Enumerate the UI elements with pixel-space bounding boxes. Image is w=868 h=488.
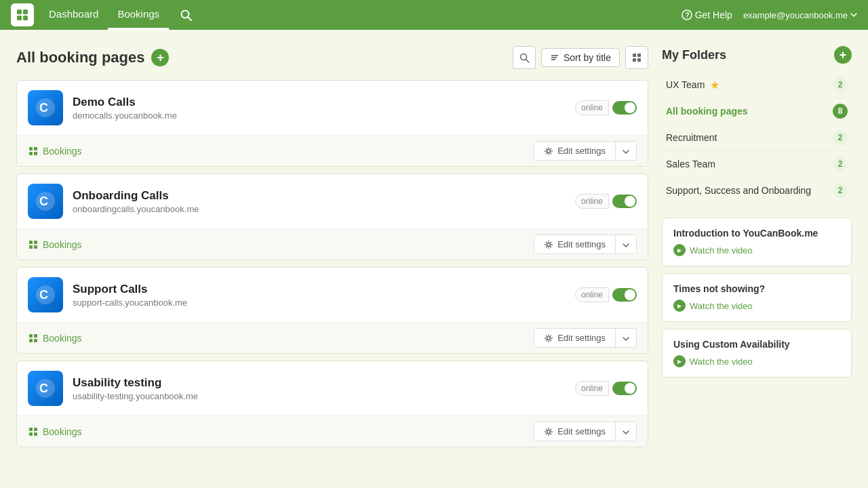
booking-avatar: C bbox=[28, 90, 63, 125]
svg-rect-20 bbox=[34, 147, 37, 150]
app-logo[interactable] bbox=[11, 3, 34, 26]
bookings-link[interactable]: Bookings bbox=[28, 239, 82, 250]
navbar-right: ? Get Help example@youcanbook.me bbox=[682, 9, 857, 20]
folder-item[interactable]: Support, Success and Onboarding 2 bbox=[662, 178, 852, 204]
svg-rect-21 bbox=[29, 152, 33, 155]
folder-count: 8 bbox=[833, 104, 848, 119]
booking-name: Onboarding Calls bbox=[73, 189, 199, 203]
add-booking-page-button[interactable]: + bbox=[151, 49, 169, 66]
help-link[interactable]: ? Get Help bbox=[682, 9, 732, 20]
edit-settings-main[interactable]: Edit settings bbox=[534, 422, 616, 441]
folder-item-left: Support, Success and Onboarding bbox=[666, 185, 811, 196]
folder-item[interactable]: Sales Team 2 bbox=[662, 151, 852, 178]
edit-settings-button[interactable]: Edit settings bbox=[534, 422, 637, 441]
booking-info: C Support Calls support-calls.youcanbook… bbox=[28, 277, 187, 312]
booking-status: online bbox=[575, 287, 637, 302]
edit-settings-button[interactable]: Edit settings bbox=[534, 141, 637, 161]
folder-item[interactable]: Recruitment 2 bbox=[662, 125, 852, 151]
svg-rect-41 bbox=[34, 428, 37, 431]
edit-settings-button[interactable]: Edit settings bbox=[534, 328, 637, 348]
sort-button[interactable]: Sort by title bbox=[541, 48, 620, 67]
folder-item-left: UX Team ★ bbox=[666, 79, 719, 92]
watch-video-link[interactable]: ▶ Watch the video bbox=[673, 244, 840, 256]
watch-video-label: Watch the video bbox=[690, 301, 753, 311]
booking-avatar: C bbox=[28, 184, 63, 219]
svg-text:C: C bbox=[39, 382, 48, 395]
edit-settings-dropdown[interactable] bbox=[616, 422, 636, 441]
navbar: Dashboard Bookings ? Get Help example@yo… bbox=[0, 0, 868, 30]
booking-url: usability-testing.youcanbook.me bbox=[73, 391, 198, 401]
booking-avatar: C bbox=[28, 277, 63, 312]
bookings-link-label: Bookings bbox=[43, 146, 82, 157]
folders-title-text: My Folders bbox=[662, 48, 726, 62]
edit-settings-main[interactable]: Edit settings bbox=[534, 142, 616, 160]
edit-settings-button[interactable]: Edit settings bbox=[534, 235, 637, 254]
watch-video-link[interactable]: ▶ Watch the video bbox=[673, 300, 840, 312]
add-folder-button[interactable]: + bbox=[834, 46, 852, 64]
dashboard-nav-link[interactable]: Dashboard bbox=[39, 0, 108, 30]
svg-rect-0 bbox=[17, 9, 22, 14]
star-icon: ★ bbox=[710, 79, 719, 92]
booking-text: Usability testing usability-testing.youc… bbox=[73, 376, 198, 401]
folders-section: My Folders + UX Team ★ 2 All booking pag… bbox=[662, 46, 852, 204]
svg-point-44 bbox=[547, 430, 551, 433]
edit-settings-main[interactable]: Edit settings bbox=[534, 235, 616, 253]
svg-rect-13 bbox=[633, 54, 636, 57]
search-button[interactable] bbox=[513, 46, 536, 69]
main-layout: All booking pages + Sort by titl bbox=[0, 30, 868, 470]
header-actions: Sort by title bbox=[513, 46, 648, 69]
booking-card-top: C Support Calls support-calls.youcanbook… bbox=[17, 268, 648, 322]
edit-settings-label: Edit settings bbox=[557, 333, 606, 343]
booking-card-bottom: Bookings Edit settings bbox=[17, 322, 648, 353]
booking-url: onboardingcalls.youcanbook.me bbox=[73, 204, 199, 214]
status-label: online bbox=[575, 381, 609, 396]
booking-url: democalls.youcanbook.me bbox=[73, 110, 177, 121]
svg-rect-33 bbox=[29, 334, 33, 338]
user-menu[interactable]: example@youcanbook.me bbox=[743, 10, 857, 20]
booking-avatar: C bbox=[28, 371, 63, 406]
status-toggle[interactable] bbox=[612, 288, 637, 302]
bookings-nav-link[interactable]: Bookings bbox=[108, 0, 169, 30]
play-icon: ▶ bbox=[673, 300, 686, 312]
booking-card-bottom: Bookings Edit settings bbox=[17, 135, 648, 166]
folder-item[interactable]: UX Team ★ 2 bbox=[662, 72, 852, 98]
edit-settings-dropdown[interactable] bbox=[616, 235, 636, 253]
svg-rect-22 bbox=[34, 152, 37, 155]
video-cards-section: Introduction to YouCanBook.me ▶ Watch th… bbox=[662, 218, 852, 378]
folder-item-left: All booking pages bbox=[666, 106, 748, 117]
svg-rect-29 bbox=[34, 245, 37, 249]
folder-item-left: Recruitment bbox=[666, 132, 717, 143]
watch-video-label: Watch the video bbox=[690, 357, 753, 367]
svg-text:C: C bbox=[39, 101, 48, 115]
booking-cards-list: C Demo Calls democalls.youcanbook.me onl… bbox=[16, 80, 648, 447]
folder-item[interactable]: All booking pages 8 bbox=[662, 98, 852, 125]
folder-count: 2 bbox=[833, 183, 848, 198]
booking-status: online bbox=[575, 381, 637, 396]
svg-rect-15 bbox=[633, 58, 636, 62]
status-toggle[interactable] bbox=[612, 101, 637, 115]
folder-name: Support, Success and Onboarding bbox=[666, 185, 811, 196]
edit-settings-dropdown[interactable] bbox=[616, 142, 636, 160]
svg-rect-19 bbox=[29, 147, 33, 150]
svg-rect-34 bbox=[34, 334, 37, 338]
bookings-link[interactable]: Bookings bbox=[28, 146, 82, 157]
svg-text:?: ? bbox=[685, 12, 689, 19]
booking-card: C Usability testing usability-testing.yo… bbox=[16, 361, 648, 447]
folders-list: UX Team ★ 2 All booking pages 8 Recruitm… bbox=[662, 72, 852, 204]
bookings-link[interactable]: Bookings bbox=[28, 333, 82, 344]
booking-card: C Support Calls support-calls.youcanbook… bbox=[16, 267, 648, 354]
status-toggle[interactable] bbox=[612, 195, 637, 208]
list-view-button[interactable] bbox=[625, 46, 648, 69]
edit-settings-label: Edit settings bbox=[557, 239, 606, 249]
edit-settings-dropdown[interactable] bbox=[616, 329, 636, 347]
watch-video-link[interactable]: ▶ Watch the video bbox=[673, 355, 840, 367]
page-title-area: All booking pages + bbox=[16, 49, 169, 66]
booking-info: C Usability testing usability-testing.yo… bbox=[28, 371, 198, 406]
edit-settings-main[interactable]: Edit settings bbox=[534, 329, 616, 347]
navbar-search-icon[interactable] bbox=[174, 0, 197, 30]
folder-count: 2 bbox=[833, 77, 848, 92]
svg-text:C: C bbox=[39, 195, 48, 208]
status-toggle[interactable] bbox=[612, 382, 637, 395]
video-title: Times not showing? bbox=[673, 283, 840, 294]
bookings-link[interactable]: Bookings bbox=[28, 426, 82, 437]
